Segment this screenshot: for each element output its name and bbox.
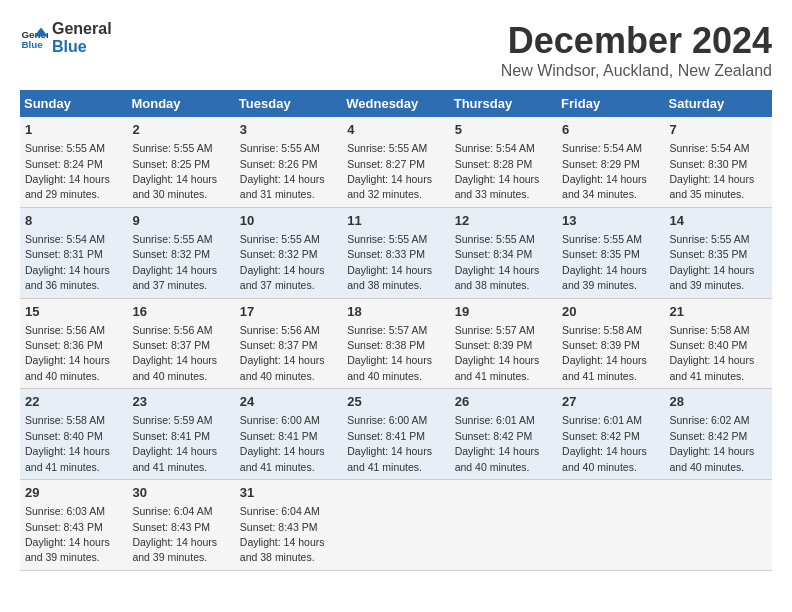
calendar-cell <box>342 480 449 571</box>
day-number: 23 <box>132 393 229 411</box>
week-row-2: 8 Sunrise: 5:54 AMSunset: 8:31 PMDayligh… <box>20 207 772 298</box>
sunrise-text: Sunrise: 5:58 AMSunset: 8:40 PMDaylight:… <box>25 414 110 472</box>
calendar-cell: 18 Sunrise: 5:57 AMSunset: 8:38 PMDaylig… <box>342 298 449 389</box>
col-header-thursday: Thursday <box>450 90 557 117</box>
sunrise-text: Sunrise: 5:55 AMSunset: 8:32 PMDaylight:… <box>240 233 325 291</box>
calendar-cell: 5 Sunrise: 5:54 AMSunset: 8:28 PMDayligh… <box>450 117 557 207</box>
calendar-cell: 23 Sunrise: 5:59 AMSunset: 8:41 PMDaylig… <box>127 389 234 480</box>
col-header-sunday: Sunday <box>20 90 127 117</box>
week-row-5: 29 Sunrise: 6:03 AMSunset: 8:43 PMDaylig… <box>20 480 772 571</box>
calendar-cell: 14 Sunrise: 5:55 AMSunset: 8:35 PMDaylig… <box>665 207 772 298</box>
sunrise-text: Sunrise: 5:55 AMSunset: 8:24 PMDaylight:… <box>25 142 110 200</box>
day-number: 26 <box>455 393 552 411</box>
calendar-cell: 25 Sunrise: 6:00 AMSunset: 8:41 PMDaylig… <box>342 389 449 480</box>
day-number: 20 <box>562 303 659 321</box>
col-header-tuesday: Tuesday <box>235 90 342 117</box>
calendar-cell: 28 Sunrise: 6:02 AMSunset: 8:42 PMDaylig… <box>665 389 772 480</box>
calendar-cell: 31 Sunrise: 6:04 AMSunset: 8:43 PMDaylig… <box>235 480 342 571</box>
header-row: SundayMondayTuesdayWednesdayThursdayFrid… <box>20 90 772 117</box>
day-number: 27 <box>562 393 659 411</box>
sunrise-text: Sunrise: 6:04 AMSunset: 8:43 PMDaylight:… <box>240 505 325 563</box>
calendar-cell: 17 Sunrise: 5:56 AMSunset: 8:37 PMDaylig… <box>235 298 342 389</box>
calendar-cell <box>557 480 664 571</box>
calendar-cell: 20 Sunrise: 5:58 AMSunset: 8:39 PMDaylig… <box>557 298 664 389</box>
calendar-cell: 8 Sunrise: 5:54 AMSunset: 8:31 PMDayligh… <box>20 207 127 298</box>
calendar-cell: 6 Sunrise: 5:54 AMSunset: 8:29 PMDayligh… <box>557 117 664 207</box>
sunrise-text: Sunrise: 5:55 AMSunset: 8:33 PMDaylight:… <box>347 233 432 291</box>
calendar-cell <box>665 480 772 571</box>
day-number: 3 <box>240 121 337 139</box>
logo-line1: General <box>52 20 112 38</box>
calendar-cell: 21 Sunrise: 5:58 AMSunset: 8:40 PMDaylig… <box>665 298 772 389</box>
sunrise-text: Sunrise: 5:55 AMSunset: 8:32 PMDaylight:… <box>132 233 217 291</box>
col-header-saturday: Saturday <box>665 90 772 117</box>
sunrise-text: Sunrise: 5:55 AMSunset: 8:25 PMDaylight:… <box>132 142 217 200</box>
day-number: 30 <box>132 484 229 502</box>
day-number: 21 <box>670 303 767 321</box>
sunrise-text: Sunrise: 5:59 AMSunset: 8:41 PMDaylight:… <box>132 414 217 472</box>
day-number: 6 <box>562 121 659 139</box>
calendar-cell: 1 Sunrise: 5:55 AMSunset: 8:24 PMDayligh… <box>20 117 127 207</box>
svg-text:Blue: Blue <box>21 39 43 50</box>
main-title: December 2024 <box>501 20 772 62</box>
sunrise-text: Sunrise: 5:54 AMSunset: 8:30 PMDaylight:… <box>670 142 755 200</box>
day-number: 13 <box>562 212 659 230</box>
sunrise-text: Sunrise: 6:00 AMSunset: 8:41 PMDaylight:… <box>240 414 325 472</box>
day-number: 9 <box>132 212 229 230</box>
calendar-cell: 4 Sunrise: 5:55 AMSunset: 8:27 PMDayligh… <box>342 117 449 207</box>
sunrise-text: Sunrise: 5:56 AMSunset: 8:36 PMDaylight:… <box>25 324 110 382</box>
sunrise-text: Sunrise: 5:55 AMSunset: 8:34 PMDaylight:… <box>455 233 540 291</box>
sunrise-text: Sunrise: 6:03 AMSunset: 8:43 PMDaylight:… <box>25 505 110 563</box>
calendar-cell: 22 Sunrise: 5:58 AMSunset: 8:40 PMDaylig… <box>20 389 127 480</box>
day-number: 19 <box>455 303 552 321</box>
day-number: 5 <box>455 121 552 139</box>
day-number: 10 <box>240 212 337 230</box>
sunrise-text: Sunrise: 6:02 AMSunset: 8:42 PMDaylight:… <box>670 414 755 472</box>
calendar-cell: 24 Sunrise: 6:00 AMSunset: 8:41 PMDaylig… <box>235 389 342 480</box>
day-number: 1 <box>25 121 122 139</box>
sunrise-text: Sunrise: 5:58 AMSunset: 8:40 PMDaylight:… <box>670 324 755 382</box>
day-number: 11 <box>347 212 444 230</box>
sunrise-text: Sunrise: 5:56 AMSunset: 8:37 PMDaylight:… <box>240 324 325 382</box>
week-row-3: 15 Sunrise: 5:56 AMSunset: 8:36 PMDaylig… <box>20 298 772 389</box>
sunrise-text: Sunrise: 5:57 AMSunset: 8:38 PMDaylight:… <box>347 324 432 382</box>
logo: General Blue General Blue <box>20 20 112 56</box>
sunrise-text: Sunrise: 6:04 AMSunset: 8:43 PMDaylight:… <box>132 505 217 563</box>
sunrise-text: Sunrise: 5:55 AMSunset: 8:35 PMDaylight:… <box>562 233 647 291</box>
day-number: 14 <box>670 212 767 230</box>
day-number: 29 <box>25 484 122 502</box>
calendar-body: 1 Sunrise: 5:55 AMSunset: 8:24 PMDayligh… <box>20 117 772 570</box>
col-header-wednesday: Wednesday <box>342 90 449 117</box>
header: General Blue General Blue December 2024 … <box>20 20 772 80</box>
day-number: 8 <box>25 212 122 230</box>
sunrise-text: Sunrise: 6:01 AMSunset: 8:42 PMDaylight:… <box>562 414 647 472</box>
calendar-cell: 26 Sunrise: 6:01 AMSunset: 8:42 PMDaylig… <box>450 389 557 480</box>
calendar-cell: 9 Sunrise: 5:55 AMSunset: 8:32 PMDayligh… <box>127 207 234 298</box>
sunrise-text: Sunrise: 5:55 AMSunset: 8:26 PMDaylight:… <box>240 142 325 200</box>
calendar-cell: 3 Sunrise: 5:55 AMSunset: 8:26 PMDayligh… <box>235 117 342 207</box>
calendar-cell: 13 Sunrise: 5:55 AMSunset: 8:35 PMDaylig… <box>557 207 664 298</box>
sunrise-text: Sunrise: 5:55 AMSunset: 8:35 PMDaylight:… <box>670 233 755 291</box>
sunrise-text: Sunrise: 5:54 AMSunset: 8:28 PMDaylight:… <box>455 142 540 200</box>
calendar-cell: 10 Sunrise: 5:55 AMSunset: 8:32 PMDaylig… <box>235 207 342 298</box>
day-number: 7 <box>670 121 767 139</box>
sunrise-text: Sunrise: 5:54 AMSunset: 8:31 PMDaylight:… <box>25 233 110 291</box>
day-number: 22 <box>25 393 122 411</box>
calendar-cell <box>450 480 557 571</box>
calendar-table: SundayMondayTuesdayWednesdayThursdayFrid… <box>20 90 772 571</box>
day-number: 18 <box>347 303 444 321</box>
sunrise-text: Sunrise: 5:56 AMSunset: 8:37 PMDaylight:… <box>132 324 217 382</box>
subtitle: New Windsor, Auckland, New Zealand <box>501 62 772 80</box>
sunrise-text: Sunrise: 6:00 AMSunset: 8:41 PMDaylight:… <box>347 414 432 472</box>
calendar-cell: 29 Sunrise: 6:03 AMSunset: 8:43 PMDaylig… <box>20 480 127 571</box>
sunrise-text: Sunrise: 5:57 AMSunset: 8:39 PMDaylight:… <box>455 324 540 382</box>
day-number: 2 <box>132 121 229 139</box>
col-header-friday: Friday <box>557 90 664 117</box>
calendar-cell: 7 Sunrise: 5:54 AMSunset: 8:30 PMDayligh… <box>665 117 772 207</box>
logo-icon: General Blue <box>20 24 48 52</box>
calendar-cell: 19 Sunrise: 5:57 AMSunset: 8:39 PMDaylig… <box>450 298 557 389</box>
day-number: 15 <box>25 303 122 321</box>
col-header-monday: Monday <box>127 90 234 117</box>
title-area: December 2024 New Windsor, Auckland, New… <box>501 20 772 80</box>
day-number: 12 <box>455 212 552 230</box>
